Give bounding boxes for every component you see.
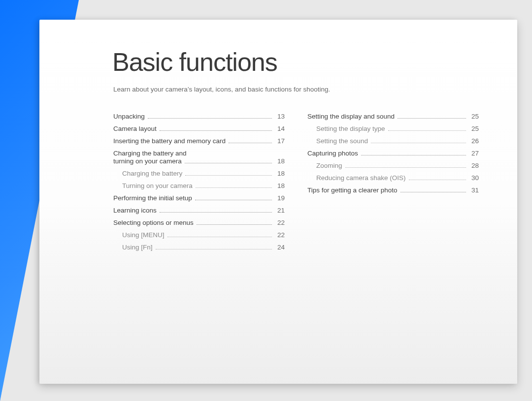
toc-leader-dots	[229, 143, 272, 143]
toc-entry-label[interactable]: Setting the display and sound	[307, 113, 395, 120]
toc-leader-dots	[409, 180, 466, 180]
toc-leader-dots	[185, 175, 272, 176]
page-subtitle: Learn about your camera’s layout, icons,…	[113, 86, 330, 93]
toc-entry-label[interactable]: Capturing photos	[307, 150, 358, 157]
toc-entry-label[interactable]: Inserting the battery and memory card	[113, 138, 226, 145]
toc-page-number[interactable]: 25	[469, 125, 479, 132]
table-of-contents: Unpacking13Camera layout14Inserting the …	[113, 113, 493, 256]
toc-leader-dots	[345, 167, 466, 168]
toc-leader-dots	[167, 237, 272, 237]
toc-page-number[interactable]: 30	[469, 175, 479, 182]
toc-leader-dots	[398, 118, 466, 119]
toc-page-number[interactable]: 14	[275, 125, 285, 132]
toc-subentry-label[interactable]: Reducing camera shake (OIS)	[307, 175, 406, 182]
toc-page-number[interactable]: 28	[469, 162, 479, 169]
toc-subentry-label[interactable]: Charging the battery	[113, 170, 182, 177]
toc-leader-dots	[361, 155, 466, 155]
toc-subentry-label[interactable]: Turning on your camera	[113, 183, 193, 189]
toc-leader-dots	[160, 212, 272, 213]
toc-leader-dots	[388, 130, 466, 131]
toc-column-left: Unpacking13Camera layout14Inserting the …	[113, 113, 285, 256]
toc-page-number[interactable]: 13	[275, 113, 285, 120]
toc-column-right: Setting the display and sound25Setting t…	[307, 113, 479, 256]
toc-leader-dots	[156, 249, 272, 249]
toc-page-number[interactable]: 27	[469, 150, 479, 157]
toc-entry-label[interactable]: Camera layout	[113, 125, 157, 132]
page-title: Basic functions	[112, 47, 277, 77]
toc-page-number[interactable]: 31	[469, 187, 479, 194]
toc-page-number[interactable]: 17	[275, 138, 285, 145]
toc-page-number[interactable]: 24	[275, 244, 285, 251]
toc-leader-dots	[400, 192, 466, 192]
toc-leader-dots	[195, 200, 272, 200]
toc-entry-label[interactable]: Selecting options or menus	[113, 219, 194, 226]
toc-entry-label[interactable]: Performing the initial setup	[113, 195, 192, 202]
toc-subentry-label[interactable]: Using [Fn]	[113, 244, 153, 251]
toc-subentry-label[interactable]: Setting the display type	[307, 125, 385, 132]
page-card: Basic functions Learn about your camera’…	[39, 20, 517, 384]
toc-page-number[interactable]: 18	[275, 170, 285, 177]
toc-page-number[interactable]: 22	[275, 219, 285, 226]
toc-page-number[interactable]: 25	[469, 113, 479, 120]
toc-leader-dots	[160, 130, 272, 131]
toc-page-number[interactable]: 18	[275, 183, 285, 189]
toc-page-number[interactable]: 18	[275, 158, 285, 165]
toc-leader-dots	[371, 143, 466, 143]
toc-entry-label[interactable]: Unpacking	[113, 113, 145, 120]
toc-page-number[interactable]: 19	[275, 195, 285, 202]
toc-subentry-label[interactable]: Zooming	[307, 162, 342, 169]
toc-page-number[interactable]: 21	[275, 207, 285, 214]
toc-subentry-label[interactable]: Using [MENU]	[113, 232, 165, 239]
toc-leader-dots	[148, 118, 272, 119]
toc-subentry-label[interactable]: Setting the sound	[307, 138, 368, 145]
toc-leader-dots	[196, 187, 272, 188]
toc-leader-dots	[185, 163, 272, 163]
toc-entry-label[interactable]: turning on your camera	[113, 158, 182, 165]
toc-page-number[interactable]: 26	[469, 138, 479, 145]
toc-page-number[interactable]: 22	[275, 232, 285, 239]
toc-entry-label[interactable]: Tips for getting a clearer photo	[307, 187, 398, 194]
toc-entry-label[interactable]: Learning icons	[113, 207, 157, 214]
toc-leader-dots	[197, 224, 272, 225]
toc-entry-label[interactable]: Charging the battery and	[113, 150, 187, 157]
